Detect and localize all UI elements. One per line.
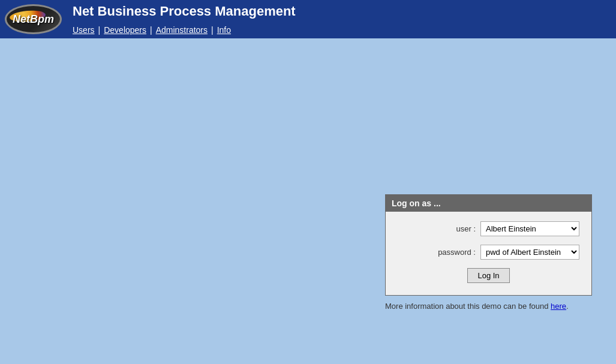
nav-separator-1: | bbox=[98, 25, 101, 35]
logo-text: NetBpm bbox=[13, 13, 54, 26]
nav-link-developers[interactable]: Developers bbox=[104, 25, 146, 35]
demo-info-text-after: . bbox=[566, 302, 569, 311]
header-right: Net Business Process Management Users | … bbox=[67, 0, 616, 38]
app-title: Net Business Process Management bbox=[73, 4, 296, 19]
password-label: password : bbox=[434, 248, 476, 257]
login-box-header: Log on as ... bbox=[386, 195, 591, 212]
password-select[interactable]: pwd of Albert Einstein pwd of Isaac Newt… bbox=[480, 245, 579, 260]
login-box: Log on as ... user : Albert Einstein Isa… bbox=[385, 194, 592, 296]
nav-link-users[interactable]: Users bbox=[73, 25, 95, 35]
nav-link-info[interactable]: Info bbox=[217, 25, 231, 35]
logo-area: NetBpm bbox=[0, 0, 67, 38]
nav-link-adminstrators[interactable]: Adminstrators bbox=[156, 25, 208, 35]
login-button-row: Log In bbox=[398, 268, 579, 283]
demo-info-link[interactable]: here bbox=[551, 302, 566, 311]
main-content: Log on as ... user : Albert Einstein Isa… bbox=[0, 38, 616, 323]
nav-bar: Users | Developers | Adminstrators | Inf… bbox=[67, 23, 616, 38]
nav-separator-3: | bbox=[211, 25, 214, 35]
header: NetBpm Net Business Process Management U… bbox=[0, 0, 616, 38]
demo-info: More information about this demo can be … bbox=[385, 302, 569, 311]
user-select[interactable]: Albert Einstein Isaac Newton Marie Curie bbox=[480, 221, 579, 236]
nav-links: Users | Developers | Adminstrators | Inf… bbox=[73, 25, 610, 35]
right-panel: Log on as ... user : Albert Einstein Isa… bbox=[385, 194, 592, 311]
logo-icon: NetBpm bbox=[5, 4, 62, 34]
login-button[interactable]: Log In bbox=[467, 268, 509, 283]
login-box-body: user : Albert Einstein Isaac Newton Mari… bbox=[386, 212, 591, 295]
demo-info-text-before: More information about this demo can be … bbox=[385, 302, 551, 311]
password-row: password : pwd of Albert Einstein pwd of… bbox=[398, 245, 579, 260]
user-label: user : bbox=[434, 224, 476, 233]
user-row: user : Albert Einstein Isaac Newton Mari… bbox=[398, 221, 579, 236]
nav-separator-2: | bbox=[150, 25, 152, 35]
header-title-bar: Net Business Process Management bbox=[67, 0, 616, 23]
